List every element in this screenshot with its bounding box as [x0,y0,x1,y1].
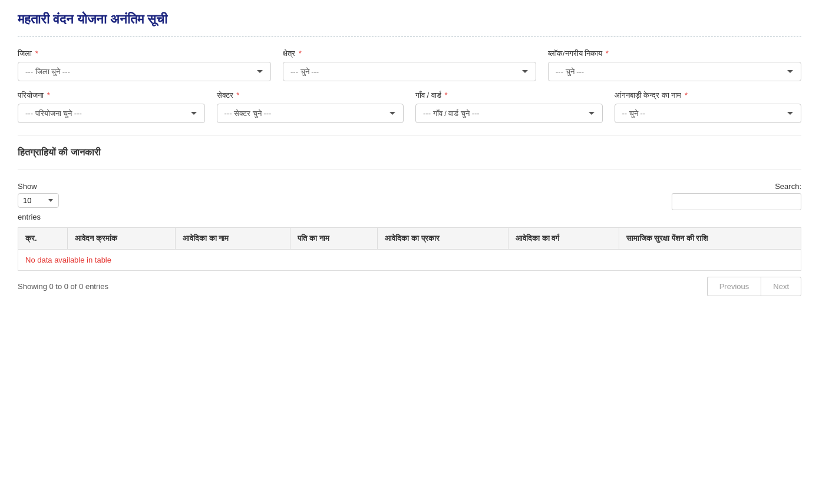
block-required: * [606,49,609,58]
page-container: महतारी वंदन योजना अनंतिम सूची जिला * ---… [0,0,819,308]
sector-required: * [236,91,239,100]
anganwadi-label: आंगनबाड़ी केन्द्र का नाम * [615,91,802,100]
data-table: क्र. आवेदन क्रमांक आवेदिका का नाम पति का… [18,227,801,271]
sector-label: सेक्टर * [217,91,404,100]
show-entries-group: Show 10 25 50 100 entries [18,182,59,221]
show-select[interactable]: 10 25 50 100 [18,193,59,208]
filter-row-2: परियोजना * --- परियोजना चुने --- सेक्टर … [18,91,801,123]
village-group: गाँव / वार्ड * --- गाँव / वार्ड चुने --- [415,91,603,123]
village-label: गाँव / वार्ड * [415,91,603,100]
top-divider [18,37,801,37]
col-applicant-category: आवेदिका का वर्ग [508,228,619,250]
block-label: ब्लॉक/नगरीय निकाय * [548,49,801,58]
next-button[interactable]: Next [761,277,801,296]
district-label: जिला * [18,49,271,58]
filter-row-1: जिला * --- जिला चुने --- क्षेत्र * --- च… [18,49,801,81]
table-footer: Showing 0 to 0 of 0 entries Previous Nex… [18,277,801,296]
page-title: महतारी वंदन योजना अनंतिम सूची [18,12,801,27]
table-header: क्र. आवेदन क्रमांक आवेदिका का नाम पति का… [18,228,801,250]
no-data-row: No data available in table [18,250,801,271]
block-group: ब्लॉक/नगरीय निकाय * --- चुने --- [548,49,801,81]
table-body: No data available in table [18,250,801,271]
col-applicant-type: आवेदिका का प्रकार [378,228,508,250]
search-input[interactable] [672,193,801,210]
anganwadi-group: आंगनबाड़ी केन्द्र का नाम * -- चुने -- [615,91,802,123]
col-serial: क्र. [18,228,68,250]
area-select[interactable]: --- चुने --- [283,62,536,81]
beneficiaries-section: हितग्राहियों की जानकारी Show 10 25 50 10… [18,147,801,296]
section-divider [18,135,801,135]
village-required: * [444,91,447,100]
district-required: * [35,49,38,58]
section-inner-divider [18,170,801,170]
col-application-no: आवेदन क्रमांक [68,228,176,250]
sector-group: सेक्टर * --- सेक्टर चुने --- [217,91,404,123]
area-required: * [299,49,302,58]
table-controls: Show 10 25 50 100 entries Search: [18,182,801,221]
search-label: Search: [775,182,801,191]
filter-section: जिला * --- जिला चुने --- क्षेत्र * --- च… [18,49,801,123]
village-select[interactable]: --- गाँव / वार्ड चुने --- [415,104,603,123]
no-data-message: No data available in table [18,250,801,271]
area-group: क्षेत्र * --- चुने --- [283,49,536,81]
show-label: Show [18,182,59,191]
section-title: हितग्राहियों की जानकारी [18,147,801,158]
project-select[interactable]: --- परियोजना चुने --- [18,104,205,123]
search-group: Search: [672,182,801,210]
col-pension-amount: सामाजिक सुरक्षा पेंशन की राशि [619,228,801,250]
project-required: * [47,91,50,100]
block-select[interactable]: --- चुने --- [548,62,801,81]
showing-text: Showing 0 to 0 of 0 entries [18,282,108,291]
col-applicant-name: आवेदिका का नाम [176,228,290,250]
sector-select[interactable]: --- सेक्टर चुने --- [217,104,404,123]
table-header-row: क्र. आवेदन क्रमांक आवेदिका का नाम पति का… [18,228,801,250]
area-label: क्षेत्र * [283,49,536,58]
district-group: जिला * --- जिला चुने --- [18,49,271,81]
project-label: परियोजना * [18,91,205,100]
anganwadi-select[interactable]: -- चुने -- [615,104,802,123]
col-husband-name: पति का नाम [290,228,378,250]
anganwadi-required: * [685,91,688,100]
district-select[interactable]: --- जिला चुने --- [18,62,271,81]
pagination: Previous Next [707,277,801,296]
project-group: परियोजना * --- परियोजना चुने --- [18,91,205,123]
entries-label: entries [18,213,59,221]
previous-button[interactable]: Previous [707,277,761,296]
